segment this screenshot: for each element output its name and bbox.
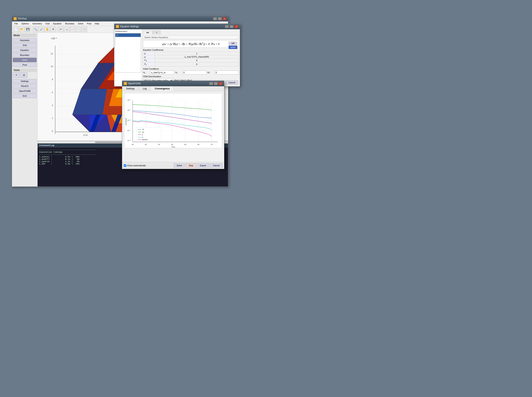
eq-cancel-button[interactable]: Cancel [226, 80, 238, 85]
chart2-button[interactable]: 📈 [70, 26, 75, 32]
svg-text:55: 55 [171, 143, 173, 145]
of-footer-left: Close automatically [124, 164, 172, 167]
chart1-button[interactable]: 📊 [64, 26, 70, 32]
tools-section: Tools = ⊙ [13, 68, 37, 78]
svg-text:10⁻²: 10⁻² [127, 99, 131, 101]
svg-text:4: 4 [52, 104, 53, 106]
equation-settings-window: E Equation Settings ─ □ ✕ Subdomains: 1 … [114, 24, 240, 87]
sidebar-geometry-btn[interactable]: Geometry [13, 38, 37, 43]
su2-btn[interactable]: SU2 [13, 94, 37, 98]
svg-text:Uy: Uy [142, 131, 144, 133]
of-tab-convergence[interactable]: Convergence [151, 86, 174, 91]
fem-label: FEM Discretization [143, 75, 239, 78]
svg-text:6: 6 [52, 91, 53, 93]
of-tabs: Settings Log Convergence [122, 86, 224, 91]
circle-tool-btn[interactable]: ⊙ [20, 72, 28, 78]
svg-text:Time: Time [171, 146, 175, 148]
menu-equation[interactable]: Equation [51, 22, 63, 25]
close-auto-checkbox[interactable] [124, 164, 126, 167]
maximize-button[interactable]: □ [218, 17, 222, 20]
close-auto-label: Close automatically [127, 164, 146, 167]
eq-tab-ns[interactable]: ns [143, 31, 152, 34]
sidebar-post-btn[interactable]: Post [13, 63, 37, 67]
zoom-out-button[interactable]: 🔎 [38, 26, 44, 32]
sidebar-equation-btn[interactable]: Equation [13, 48, 37, 52]
svg-text:70: 70 [210, 143, 212, 145]
convergence-area: 10⁻² 10⁻³ 10⁻⁴ 10⁻⁵ 10⁻⁶ Residual 40 45 [122, 91, 224, 162]
menu-grid[interactable]: Grid [44, 22, 51, 25]
sidebar-solve-btn[interactable]: Solve [13, 58, 37, 62]
eq-tabs: ns + [143, 31, 239, 34]
svg-text:epsilon: epsilon [142, 139, 148, 141]
eq-close-btn[interactable]: ✕ [234, 25, 238, 28]
of-tab-log[interactable]: Log [139, 86, 151, 91]
toolbar-separator-2 [57, 27, 57, 32]
svg-text:Residual: Residual [125, 118, 127, 125]
svg-text:60: 60 [184, 143, 186, 145]
of-minimize-btn[interactable]: ─ [209, 82, 213, 85]
save-button[interactable]: 💾 [25, 26, 31, 32]
ic-v-input[interactable] [182, 71, 206, 74]
stop-button[interactable]: Stop [186, 163, 196, 168]
zoom-in-button[interactable]: 🔍 [33, 26, 38, 32]
graph1-button[interactable]: ↩ [58, 26, 63, 32]
ic-u-input[interactable] [150, 71, 174, 74]
coeff-row-rho: ρ 1 [143, 52, 239, 55]
menu-boundary[interactable]: Boundary [63, 22, 76, 25]
settings-btn[interactable]: Settings [13, 79, 37, 83]
main-titlebar: F FEATool ─ □ ✕ [12, 16, 228, 21]
chart3-button[interactable]: 📉 [76, 26, 81, 32]
subdomains-panel: Subdomains: 1 [114, 29, 142, 86]
sidebar-boundary-btn[interactable]: Boundary [13, 53, 37, 57]
openfoam-btn[interactable]: OpenFOAM [13, 89, 37, 93]
coeff-row-mu: μ u_max*2/3*h_channel/Re [143, 55, 239, 58]
rotate-button[interactable]: ↺ [50, 26, 56, 32]
chart4-button[interactable]: 📋 [82, 26, 87, 32]
edit-button[interactable]: edit [229, 42, 237, 45]
active-button[interactable]: active [229, 46, 237, 49]
subdomain-list[interactable]: 1 [115, 33, 141, 73]
menu-options[interactable]: Options [20, 22, 31, 25]
svg-text:0: 0 [52, 130, 53, 132]
pan-button[interactable]: ✋ [44, 26, 50, 32]
sidebar-grid-btn[interactable]: Grid [13, 43, 37, 47]
svg-text:12: 12 [51, 52, 53, 55]
svg-text:10⁻⁵: 10⁻⁵ [127, 130, 131, 131]
eq-tab-plus[interactable]: + [153, 31, 161, 34]
of-tab-settings[interactable]: Settings [122, 86, 139, 91]
eq-maximize-btn[interactable]: □ [230, 25, 234, 28]
menu-post[interactable]: Post [85, 22, 93, 25]
ic-p-input[interactable] [215, 71, 239, 74]
eq-minimize-btn[interactable]: ─ [225, 25, 229, 28]
close-button[interactable]: ✕ [222, 17, 227, 20]
svg-text:10⁻³: 10⁻³ [127, 109, 131, 111]
ic-row-u: u0 v0 p0 [143, 71, 239, 74]
of-maximize-btn[interactable]: □ [214, 82, 218, 85]
minimize-button[interactable]: ─ [213, 17, 217, 20]
equals-tool-btn[interactable]: = [13, 72, 20, 78]
new-button[interactable]: 📄 [13, 26, 19, 32]
subdomain-item-1[interactable]: 1 [115, 33, 141, 37]
coeff-mu-value: u_max*2/3*h_channel/Re [155, 55, 239, 58]
of-window-controls: ─ □ ✕ [209, 82, 222, 85]
mode-label: Mode [13, 34, 37, 37]
svg-text:10⁻⁴: 10⁻⁴ [127, 119, 131, 121]
app-icon: F [13, 17, 17, 20]
eq-formula: ρ(u' + (u·∇)u) = -∇p + ∇·(μ(∇u+∇uT)) + F… [162, 43, 220, 46]
of-close-btn[interactable]: ✕ [219, 82, 222, 85]
eq-section-title: Navier-Stokes Equations [143, 36, 239, 39]
of-cancel-button[interactable]: Cancel [210, 163, 222, 168]
menu-geometry[interactable]: Geometry [31, 22, 44, 25]
open-button[interactable]: 📂 [19, 26, 25, 32]
coeff-fx-value: 0 [155, 58, 239, 62]
ic-p-label: p0 [208, 71, 214, 74]
eq-content: Subdomains: 1 ns + Navier-Stokes Equatio… [114, 29, 240, 86]
svg-text:-0.01: -0.01 [83, 134, 88, 136]
fenics-btn[interactable]: FEniCS [13, 84, 37, 88]
menu-file[interactable]: File [13, 22, 19, 25]
solve-button[interactable]: Solve [174, 163, 185, 168]
svg-text:45: 45 [145, 143, 147, 145]
menu-help[interactable]: Help [93, 22, 101, 25]
menu-solve[interactable]: Solve [76, 22, 85, 25]
export-button[interactable]: Export [197, 163, 209, 168]
